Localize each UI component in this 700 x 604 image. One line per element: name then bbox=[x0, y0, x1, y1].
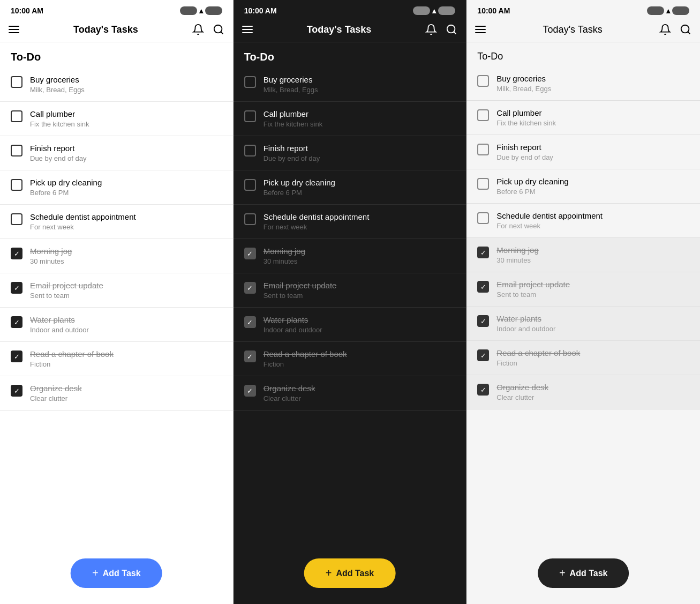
add-task-button[interactable]: + Add Task bbox=[538, 558, 629, 588]
add-task-button[interactable]: + Add Task bbox=[304, 558, 396, 588]
task-checkbox[interactable] bbox=[477, 144, 489, 155]
add-task-container: + Add Task bbox=[466, 558, 700, 588]
task-title: Organize desk bbox=[496, 383, 548, 392]
task-title: Water plants bbox=[264, 315, 322, 324]
task-checkbox[interactable]: ✓ bbox=[244, 282, 256, 294]
task-checkbox[interactable]: ✓ bbox=[244, 351, 256, 362]
task-title: Finish report bbox=[30, 144, 87, 153]
status-time: 10:00 AM bbox=[11, 6, 43, 15]
task-content: Water plants Indoor and outdoor bbox=[264, 315, 322, 334]
task-content: Read a chapter of book Fiction bbox=[264, 349, 347, 368]
task-item: ✓ Email project update Sent to team bbox=[234, 273, 466, 308]
battery-icon bbox=[205, 6, 222, 15]
task-checkbox[interactable]: ✓ bbox=[244, 316, 256, 328]
search-button[interactable] bbox=[680, 24, 691, 35]
task-subtitle: Clear clutter bbox=[496, 393, 548, 401]
task-item: Buy groceries Milk, Bread, Eggs bbox=[0, 68, 233, 102]
task-checkbox[interactable] bbox=[477, 75, 489, 87]
wifi-icon: ▴ bbox=[199, 6, 203, 15]
task-content: Call plumber Fix the kitchen sink bbox=[496, 108, 556, 127]
bell-button[interactable] bbox=[425, 24, 437, 35]
task-checkbox[interactable]: ✓ bbox=[11, 248, 22, 259]
task-checkbox[interactable] bbox=[11, 179, 22, 191]
task-checkbox[interactable]: ✓ bbox=[244, 385, 256, 397]
task-subtitle: Fiction bbox=[30, 360, 114, 368]
menu-icon[interactable] bbox=[9, 26, 19, 33]
task-checkbox[interactable]: ✓ bbox=[477, 281, 489, 293]
bell-button[interactable] bbox=[659, 24, 671, 35]
task-checkbox[interactable] bbox=[11, 76, 22, 88]
task-content: Morning jog 30 minutes bbox=[496, 245, 538, 264]
task-item: Call plumber Fix the kitchen sink bbox=[0, 102, 233, 136]
task-item: ✓ Read a chapter of book Fiction bbox=[466, 341, 700, 375]
search-button[interactable] bbox=[213, 24, 224, 35]
plus-icon: + bbox=[92, 567, 99, 579]
task-checkbox[interactable] bbox=[477, 178, 489, 190]
task-checkbox[interactable] bbox=[244, 213, 256, 225]
task-content: Buy groceries Milk, Bread, Eggs bbox=[30, 75, 85, 94]
task-content: Email project update Sent to team bbox=[30, 281, 103, 300]
task-checkbox[interactable] bbox=[477, 109, 489, 121]
task-checkbox[interactable] bbox=[11, 110, 22, 122]
task-subtitle: Before 6 PM bbox=[30, 189, 102, 197]
task-subtitle: Sent to team bbox=[30, 292, 103, 300]
task-checkbox[interactable] bbox=[244, 76, 256, 88]
task-title: Pick up dry cleaning bbox=[30, 178, 102, 187]
task-content: Organize desk Clear clutter bbox=[496, 383, 548, 401]
task-title: Morning jog bbox=[496, 245, 538, 255]
task-checkbox[interactable]: ✓ bbox=[244, 248, 256, 259]
task-title: Read a chapter of book bbox=[30, 349, 114, 359]
task-subtitle: Due by end of day bbox=[264, 154, 320, 162]
svg-point-0 bbox=[214, 25, 222, 33]
status-bar: 10:00 AM ▴ bbox=[234, 0, 466, 19]
menu-icon[interactable] bbox=[242, 26, 253, 33]
task-title: Finish report bbox=[264, 144, 320, 153]
task-title: Schedule dentist appointment bbox=[496, 211, 603, 220]
task-checkbox[interactable]: ✓ bbox=[11, 351, 22, 362]
status-icons: ▴ bbox=[180, 6, 222, 15]
task-checkbox[interactable] bbox=[244, 110, 256, 122]
task-checkbox[interactable] bbox=[477, 212, 489, 224]
task-checkbox[interactable]: ✓ bbox=[477, 349, 489, 361]
task-list: Buy groceries Milk, Bread, Eggs Call plu… bbox=[0, 68, 233, 604]
task-title: Buy groceries bbox=[496, 74, 551, 83]
task-checkbox[interactable]: ✓ bbox=[11, 385, 22, 397]
task-checkbox[interactable]: ✓ bbox=[11, 282, 22, 294]
task-title: Water plants bbox=[496, 314, 555, 323]
add-task-container: + Add Task bbox=[234, 558, 466, 588]
task-checkbox[interactable]: ✓ bbox=[477, 247, 489, 258]
task-content: Schedule dentist appointment For next we… bbox=[264, 212, 370, 231]
task-content: Call plumber Fix the kitchen sink bbox=[264, 109, 323, 128]
task-content: Water plants Indoor and outdoor bbox=[496, 314, 555, 333]
task-content: Buy groceries Milk, Bread, Eggs bbox=[264, 75, 318, 94]
task-checkbox[interactable] bbox=[244, 145, 256, 156]
task-checkbox[interactable]: ✓ bbox=[477, 384, 489, 396]
task-title: Email project update bbox=[496, 280, 570, 289]
app-bar-icons bbox=[425, 24, 457, 35]
task-content: Pick up dry cleaning Before 6 PM bbox=[496, 177, 568, 196]
task-item: ✓ Organize desk Clear clutter bbox=[466, 375, 700, 409]
task-subtitle: 30 minutes bbox=[496, 256, 538, 264]
search-button[interactable] bbox=[446, 24, 457, 35]
battery-icon bbox=[438, 6, 455, 15]
app-bar-icons bbox=[659, 24, 691, 35]
app-bar-title: Today's Tasks bbox=[543, 24, 603, 35]
task-title: Schedule dentist appointment bbox=[264, 212, 370, 221]
task-checkbox[interactable] bbox=[11, 213, 22, 225]
task-title: Read a chapter of book bbox=[264, 349, 347, 359]
task-item: Finish report Due by end of day bbox=[466, 135, 700, 169]
task-subtitle: Indoor and outdoor bbox=[30, 326, 89, 334]
task-list: Buy groceries Milk, Bread, Eggs Call plu… bbox=[234, 68, 466, 604]
plus-icon: + bbox=[326, 567, 332, 579]
add-task-container: + Add Task bbox=[0, 558, 233, 588]
task-subtitle: Milk, Bread, Eggs bbox=[264, 86, 318, 94]
add-task-button[interactable]: + Add Task bbox=[71, 558, 162, 588]
task-checkbox[interactable]: ✓ bbox=[477, 315, 489, 327]
menu-icon[interactable] bbox=[475, 26, 486, 33]
panel-dark: 10:00 AM ▴ Today's Tasks To-Do bbox=[234, 0, 467, 604]
bell-button[interactable] bbox=[192, 24, 204, 35]
task-checkbox[interactable] bbox=[244, 179, 256, 191]
task-checkbox[interactable]: ✓ bbox=[11, 316, 22, 328]
task-checkbox[interactable] bbox=[11, 145, 22, 156]
task-item: Call plumber Fix the kitchen sink bbox=[234, 102, 466, 136]
